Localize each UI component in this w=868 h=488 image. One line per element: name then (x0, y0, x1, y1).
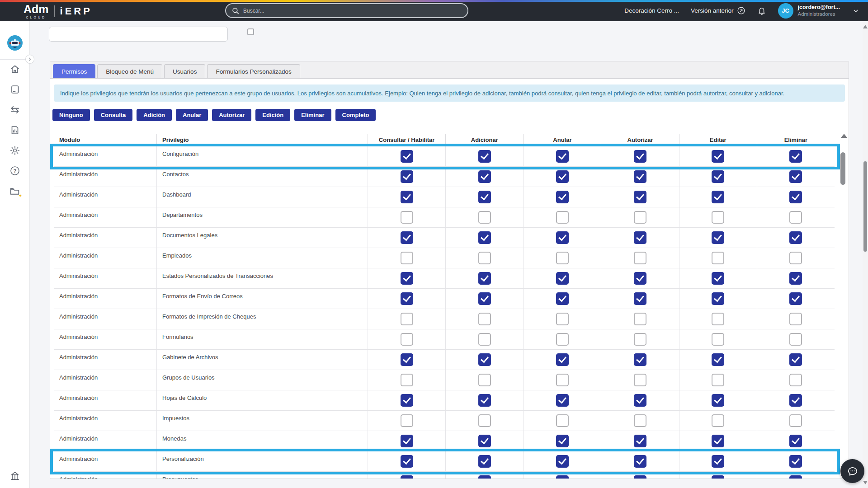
company-name[interactable]: Decoración Cerro ... (624, 7, 679, 14)
swap-arrows-icon[interactable] (9, 104, 21, 116)
permission-checkbox[interactable] (401, 394, 413, 407)
table-scroll-up-arrow[interactable] (841, 134, 847, 138)
tab-bloqueo-de-men-[interactable]: Bloqueo de Menú (97, 64, 162, 78)
action-button-completo[interactable]: Completo (335, 109, 376, 121)
permission-checkbox[interactable] (712, 353, 724, 366)
permission-checkbox[interactable] (634, 211, 646, 224)
permission-checkbox[interactable] (556, 333, 569, 346)
permission-checkbox[interactable] (789, 231, 802, 244)
permission-checkbox[interactable] (634, 414, 646, 427)
permission-checkbox[interactable] (712, 170, 724, 183)
permission-checkbox[interactable] (478, 292, 491, 305)
home-icon[interactable] (9, 63, 21, 75)
permission-checkbox[interactable] (556, 475, 569, 479)
permission-checkbox[interactable] (478, 231, 491, 244)
help-icon[interactable]: ? (9, 165, 21, 177)
permission-checkbox[interactable] (712, 231, 724, 244)
permission-checkbox[interactable] (789, 252, 802, 264)
permission-checkbox[interactable] (789, 475, 802, 479)
permission-checkbox[interactable] (478, 374, 491, 386)
permission-checkbox[interactable] (556, 170, 569, 183)
permission-checkbox[interactable] (712, 414, 724, 427)
page-scroll-down-arrow[interactable] (863, 481, 868, 484)
permission-checkbox[interactable] (712, 435, 724, 447)
permission-checkbox[interactable] (401, 150, 413, 163)
permission-checkbox[interactable] (634, 170, 646, 183)
permission-checkbox[interactable] (401, 191, 413, 203)
user-avatar[interactable]: JC (778, 3, 793, 19)
permission-checkbox[interactable] (634, 353, 646, 366)
permission-checkbox[interactable] (789, 292, 802, 305)
permission-checkbox[interactable] (789, 353, 802, 366)
permission-checkbox[interactable] (789, 211, 802, 224)
permission-checkbox[interactable] (401, 353, 413, 366)
permission-checkbox[interactable] (712, 150, 724, 163)
permission-checkbox[interactable] (634, 272, 646, 285)
action-button-edici-n[interactable]: Edición (255, 109, 290, 121)
permission-checkbox[interactable] (789, 313, 802, 325)
permission-checkbox[interactable] (634, 435, 646, 447)
permission-checkbox[interactable] (478, 414, 491, 427)
permission-checkbox[interactable] (712, 191, 724, 203)
permission-checkbox[interactable] (478, 435, 491, 447)
journal-icon[interactable] (9, 84, 21, 95)
permission-checkbox[interactable] (401, 292, 413, 305)
permission-checkbox[interactable] (478, 272, 491, 285)
permission-checkbox[interactable] (401, 333, 413, 346)
permission-checkbox[interactable] (556, 211, 569, 224)
permission-checkbox[interactable] (556, 353, 569, 366)
permission-checkbox[interactable] (634, 231, 646, 244)
permission-checkbox[interactable] (401, 414, 413, 427)
permission-checkbox[interactable] (401, 435, 413, 447)
page-scroll-up-arrow[interactable] (863, 25, 868, 28)
action-button-ninguno[interactable]: Ninguno (52, 109, 90, 121)
search-input[interactable] (243, 8, 462, 14)
permission-checkbox[interactable] (401, 455, 413, 468)
permission-checkbox[interactable] (478, 313, 491, 325)
group-name-input[interactable] (49, 27, 228, 42)
permission-checkbox[interactable] (556, 455, 569, 468)
action-button-anular[interactable]: Anular (176, 109, 208, 121)
building-icon[interactable] (10, 471, 20, 481)
global-search[interactable] (225, 3, 468, 18)
permission-checkbox[interactable] (556, 435, 569, 447)
permission-checkbox[interactable] (634, 313, 646, 325)
permission-checkbox[interactable] (401, 272, 413, 285)
action-button-eliminar[interactable]: Eliminar (294, 109, 331, 121)
permission-checkbox[interactable] (634, 252, 646, 264)
permission-checkbox[interactable] (712, 313, 724, 325)
permission-checkbox[interactable] (556, 292, 569, 305)
page-scrollbar-thumb[interactable] (863, 161, 867, 252)
report-document-icon[interactable] (9, 124, 21, 136)
permission-checkbox[interactable] (556, 272, 569, 285)
previous-version-link[interactable]: Versión anterior (691, 6, 745, 15)
permission-checkbox[interactable] (712, 272, 724, 285)
permission-checkbox[interactable] (789, 191, 802, 203)
permission-checkbox[interactable] (789, 394, 802, 407)
permission-checkbox[interactable] (634, 455, 646, 468)
permission-checkbox[interactable] (634, 150, 646, 163)
permission-checkbox[interactable] (401, 170, 413, 183)
chat-support-button[interactable] (840, 459, 864, 483)
permission-checkbox[interactable] (634, 333, 646, 346)
assistant-robot-icon[interactable] (7, 35, 23, 51)
folder-new-icon[interactable]: ✦ (9, 185, 21, 197)
notifications-bell-icon[interactable] (757, 6, 766, 15)
table-scrollbar-thumb[interactable] (840, 152, 845, 185)
permission-checkbox[interactable] (789, 414, 802, 427)
permission-checkbox[interactable] (712, 374, 724, 386)
user-menu-chevron-down-icon[interactable] (852, 7, 860, 15)
permission-checkbox[interactable] (634, 394, 646, 407)
permission-checkbox[interactable] (556, 231, 569, 244)
sidebar-expand-button[interactable] (25, 55, 34, 64)
permission-checkbox[interactable] (478, 150, 491, 163)
action-button-adici-n[interactable]: Adición (137, 109, 172, 121)
permission-checkbox[interactable] (478, 191, 491, 203)
permission-checkbox[interactable] (789, 150, 802, 163)
permission-checkbox[interactable] (478, 394, 491, 407)
permission-checkbox[interactable] (712, 455, 724, 468)
permission-checkbox[interactable] (634, 374, 646, 386)
permission-checkbox[interactable] (634, 475, 646, 479)
permission-checkbox[interactable] (401, 252, 413, 264)
page-scrollbar[interactable] (863, 21, 868, 488)
